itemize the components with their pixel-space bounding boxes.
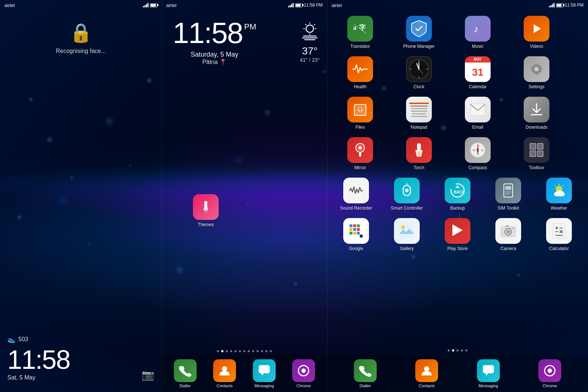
- dialler-icon-right[interactable]: [354, 359, 377, 382]
- rdot-2: [456, 349, 459, 352]
- dock-messaging-mid[interactable]: Messaging: [248, 359, 281, 388]
- dock-messaging-right[interactable]: Messaging: [472, 359, 505, 388]
- signal-icon-left: [143, 3, 148, 7]
- notepad-label: Notepad: [410, 125, 427, 130]
- chrome-icon-mid[interactable]: [292, 359, 315, 382]
- app-notepad[interactable]: Notepad: [390, 94, 448, 133]
- dot-0: [217, 350, 219, 352]
- app-translator[interactable]: a 字 Translator: [331, 13, 390, 52]
- signal-icon-mid: [288, 3, 294, 7]
- app-compass[interactable]: N S W E Compass: [448, 134, 507, 173]
- app-backup[interactable]: BACK Backup: [432, 175, 483, 214]
- dialler-icon-mid[interactable]: [174, 359, 197, 382]
- videos-icon[interactable]: [524, 16, 549, 42]
- app-google[interactable]: Google: [331, 215, 381, 254]
- translator-icon[interactable]: a 字: [347, 16, 373, 42]
- app-phone-manager[interactable]: Phone Manager: [390, 13, 448, 52]
- mid-location: Patna 📍: [173, 58, 256, 65]
- app-toolbox[interactable]: Toolbox: [507, 134, 566, 173]
- toolbox-icon[interactable]: [524, 137, 549, 163]
- themes-icon[interactable]: [193, 194, 219, 220]
- svg-text:♪: ♪: [473, 23, 478, 35]
- dot-7: [248, 350, 250, 352]
- svg-rect-37: [470, 104, 485, 115]
- app-camera[interactable]: Camera: [483, 215, 534, 254]
- phone-manager-icon[interactable]: [406, 16, 432, 42]
- messaging-icon-right[interactable]: [477, 359, 500, 382]
- app-sound-recorder[interactable]: Sound Recorder: [331, 175, 381, 214]
- app-play-store[interactable]: Play Store: [432, 215, 483, 254]
- status-icons-left: [143, 3, 157, 7]
- app-calendar[interactable]: MAY 31 Calendar: [448, 53, 507, 92]
- panel-mid: airtel 11:58 PM 11:58 PM Saturday, 5 May…: [162, 0, 327, 392]
- downloads-icon[interactable]: [524, 97, 549, 122]
- app-torch[interactable]: Torch: [390, 134, 448, 173]
- svg-point-33: [534, 67, 539, 71]
- app-videos[interactable]: Videos: [507, 13, 566, 52]
- app-health[interactable]: Health: [331, 53, 390, 92]
- camera-icon-app[interactable]: [495, 218, 521, 244]
- mid-time-big: 11:58: [173, 18, 243, 48]
- dock-dialler-mid[interactable]: Dialler: [169, 359, 202, 388]
- dock-right: Dialler Contacts Messaging Chrome: [327, 355, 588, 392]
- music-label: Music: [472, 44, 483, 49]
- big-time: 11:58: [7, 346, 70, 373]
- app-weather[interactable]: Weather: [534, 175, 584, 214]
- rdot-1: [452, 349, 454, 352]
- sound-recorder-icon[interactable]: [343, 178, 369, 203]
- svg-rect-93: [505, 225, 509, 227]
- files-icon[interactable]: [347, 97, 373, 122]
- play-store-icon[interactable]: [445, 218, 470, 244]
- svg-point-44: [417, 152, 420, 156]
- app-smart-controller[interactable]: Smart Controller: [381, 175, 432, 214]
- sim-toolkit-icon[interactable]: [495, 178, 521, 203]
- weather-icon-app[interactable]: [546, 178, 572, 203]
- messaging-icon-mid[interactable]: [253, 359, 276, 382]
- dock-chrome-right[interactable]: Chrome: [533, 359, 566, 388]
- svg-rect-95: [553, 224, 565, 238]
- contacts-icon-mid[interactable]: [213, 359, 236, 382]
- music-icon[interactable]: ♪: [465, 16, 491, 42]
- app-email[interactable]: Email: [448, 94, 507, 133]
- weather-temp: 37°: [300, 45, 320, 57]
- compass-icon[interactable]: N S W E: [465, 137, 491, 163]
- calculator-icon[interactable]: [546, 218, 572, 244]
- smart-controller-icon[interactable]: [394, 178, 420, 203]
- notepad-icon[interactable]: [406, 97, 432, 122]
- contacts-icon-right[interactable]: [415, 359, 438, 382]
- calendar-icon[interactable]: MAY 31: [465, 56, 491, 82]
- app-music[interactable]: ♪ Music: [448, 13, 507, 52]
- mirror-icon[interactable]: [347, 137, 373, 163]
- svg-rect-85: [357, 232, 360, 235]
- dock-chrome-mid[interactable]: Chrome: [287, 359, 320, 388]
- svg-point-94: [513, 228, 514, 229]
- google-label: Google: [349, 246, 363, 251]
- email-icon[interactable]: [465, 97, 491, 122]
- app-clock[interactable]: Clock: [390, 53, 448, 92]
- dock-contacts-right[interactable]: Contacts: [410, 359, 443, 388]
- health-icon[interactable]: [347, 56, 373, 82]
- page-dots-mid: [189, 350, 300, 352]
- camera-icon-bottom[interactable]: 📷: [141, 369, 154, 381]
- dock-contacts-mid[interactable]: Contacts: [208, 359, 241, 388]
- dock-dialler-right[interactable]: Dialler: [349, 359, 382, 388]
- settings-icon[interactable]: [524, 56, 549, 82]
- svg-rect-86: [360, 235, 363, 238]
- app-settings[interactable]: Settings: [507, 53, 566, 92]
- app-mirror[interactable]: Mirror: [331, 134, 390, 173]
- app-themes-mid[interactable]: Themes: [176, 191, 235, 230]
- app-gallery[interactable]: Gallery: [381, 215, 432, 254]
- google-icon[interactable]: [343, 218, 369, 244]
- clock-icon[interactable]: [406, 56, 432, 82]
- chrome-icon-right[interactable]: [538, 359, 561, 382]
- app-sim-toolkit[interactable]: SIM Toolkit: [483, 175, 534, 214]
- torch-icon[interactable]: [406, 137, 432, 163]
- backup-icon[interactable]: BACK: [445, 178, 470, 203]
- app-calculator[interactable]: Calculator: [534, 215, 584, 254]
- weather-icon: [300, 22, 320, 44]
- gallery-icon[interactable]: [394, 218, 420, 244]
- play-store-label: Play Store: [447, 246, 467, 251]
- svg-rect-42: [359, 152, 361, 157]
- app-downloads[interactable]: Downloads: [507, 94, 566, 133]
- app-files[interactable]: Files: [331, 94, 390, 133]
